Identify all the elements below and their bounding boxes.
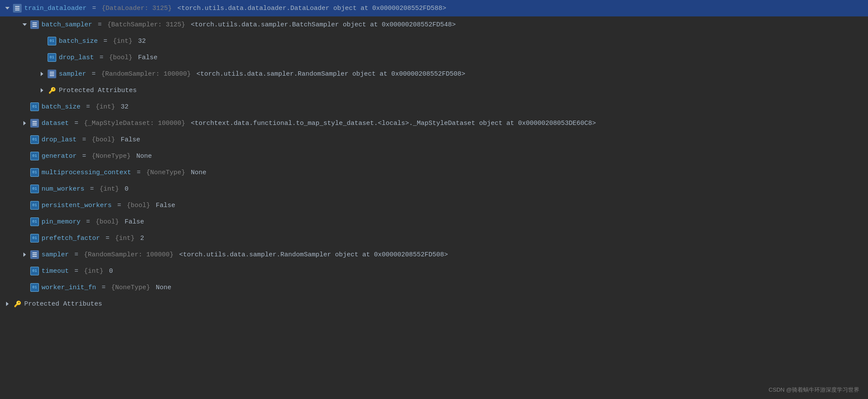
variable-name: sampler [59, 70, 86, 78]
variable-value: <torch.utils.data.sampler.RandomSampler … [196, 70, 465, 78]
toggle-arrow[interactable] [21, 21, 29, 29]
variable-name: sampler [42, 251, 69, 259]
variable-name: generator [42, 153, 77, 160]
variable-value: 0 [109, 268, 113, 275]
variable-name: batch_size [42, 103, 80, 111]
type-info: {int} [84, 268, 107, 275]
list-item: train_dataloader = {DataLoader: 3125} <t… [0, 0, 868, 16]
type-info: {int} [115, 235, 138, 242]
type-info: {NoneType} [146, 169, 189, 176]
equals-sign: = [88, 70, 100, 78]
equals-sign: = [96, 54, 107, 61]
svg-marker-13 [23, 121, 26, 125]
equals-sign: = [71, 268, 82, 275]
variable-name: multiprocessing_context [42, 169, 131, 176]
variable-value: False [156, 202, 175, 209]
toggle-arrow[interactable] [3, 300, 11, 308]
toggle-arrow [38, 37, 46, 45]
list-item: 01worker_init_fn = {NoneType} None [0, 279, 868, 296]
list-item: 01timeout = {int} 0 [0, 263, 868, 279]
equals-sign: = [98, 284, 109, 291]
list-item: 01drop_last = {bool} False [0, 49, 868, 66]
list-item: 🔑Protected Attributes [0, 296, 868, 312]
variable-value: 32 [121, 103, 129, 111]
list-item: dataset = {_MapStyleDataset: 100000} <to… [0, 115, 868, 131]
toggle-arrow[interactable] [38, 70, 46, 78]
toggle-arrow [21, 201, 29, 209]
toggle-arrow [21, 267, 29, 275]
list-item: 01multiprocessing_context = {NoneType} N… [0, 164, 868, 181]
variable-name: timeout [42, 268, 69, 275]
equals-sign: = [102, 235, 113, 242]
type-info: {bool} [96, 218, 123, 226]
svg-marker-17 [23, 252, 26, 257]
primitive-icon: 01 [30, 168, 39, 177]
svg-marker-8 [41, 72, 43, 76]
type-info: {DataLoader: 3125} [102, 5, 176, 12]
list-icon [30, 20, 39, 29]
variable-name: persistent_workers [42, 202, 112, 209]
equals-sign: = [71, 251, 82, 259]
primitive-icon: 01 [30, 185, 39, 193]
toggle-arrow [38, 54, 46, 61]
variable-name: batch_size [59, 38, 98, 45]
watermark: CSDN @骑着蜗牛环游深度学习世界 [768, 386, 859, 394]
protected-attributes-label: Protected Attributes [24, 300, 102, 308]
equals-sign: = [100, 38, 111, 45]
protected-attributes-label: Protected Attributes [59, 87, 137, 94]
primitive-icon: 01 [30, 234, 39, 243]
type-info: {int} [113, 38, 136, 45]
primitive-icon: 01 [48, 37, 56, 45]
variable-value: <torchtext.data.functional.to_map_style_… [191, 120, 596, 127]
primitive-icon: 01 [30, 217, 39, 226]
debugger-panel: train_dataloader = {DataLoader: 3125} <t… [0, 0, 868, 399]
list-item: 01generator = {NoneType} None [0, 148, 868, 164]
variable-value: None [191, 169, 206, 176]
toggle-arrow [21, 152, 29, 160]
variable-value: 2 [140, 235, 144, 242]
primitive-icon: 01 [30, 201, 39, 210]
key-icon: 🔑 [13, 300, 22, 308]
equals-sign: = [133, 169, 145, 176]
variable-name: pin_memory [42, 218, 80, 226]
variable-value: False [121, 136, 140, 144]
variable-value: 32 [138, 38, 146, 45]
equals-sign: = [78, 153, 90, 160]
toggle-arrow[interactable] [21, 251, 29, 259]
variable-value: <torch.utils.data.sampler.BatchSampler o… [191, 21, 456, 29]
list-item: 01persistent_workers = {bool} False [0, 197, 868, 214]
variable-name: num_workers [42, 185, 84, 193]
variable-name: train_dataloader [24, 5, 87, 12]
toggle-arrow[interactable] [21, 119, 29, 127]
type-info: {NoneType} [92, 153, 135, 160]
key-icon: 🔑 [48, 86, 56, 95]
svg-marker-0 [5, 7, 10, 10]
equals-sign: = [82, 103, 94, 111]
toggle-arrow [21, 185, 29, 193]
list-item: 01pin_memory = {bool} False [0, 214, 868, 230]
variable-value: None [156, 284, 171, 291]
list-item: sampler = {RandomSampler: 100000} <torch… [0, 66, 868, 82]
type-info: {_MapStyleDataset: 100000} [84, 120, 189, 127]
list-item: 01num_workers = {int} 0 [0, 181, 868, 197]
toggle-arrow[interactable] [3, 4, 11, 12]
type-info: {int} [96, 103, 119, 111]
type-info: {BatchSampler: 3125} [107, 21, 189, 29]
list-item: 01batch_size = {int} 32 [0, 33, 868, 49]
variable-value: False [125, 218, 144, 226]
list-item: 01drop_last = {bool} False [0, 131, 868, 148]
primitive-icon: 01 [48, 53, 56, 62]
list-icon [30, 250, 39, 259]
primitive-icon: 01 [30, 283, 39, 292]
list-item: batch_sampler = {BatchSampler: 3125} <to… [0, 16, 868, 33]
variable-value: False [138, 54, 158, 61]
variable-name: worker_init_fn [42, 284, 96, 291]
primitive-icon: 01 [30, 102, 39, 111]
toggle-arrow [21, 284, 29, 291]
svg-marker-21 [6, 302, 9, 306]
toggle-arrow[interactable] [38, 86, 46, 94]
equals-sign: = [88, 5, 100, 12]
type-info: {bool} [92, 136, 119, 144]
equals-sign: = [113, 202, 125, 209]
toggle-arrow [21, 218, 29, 226]
